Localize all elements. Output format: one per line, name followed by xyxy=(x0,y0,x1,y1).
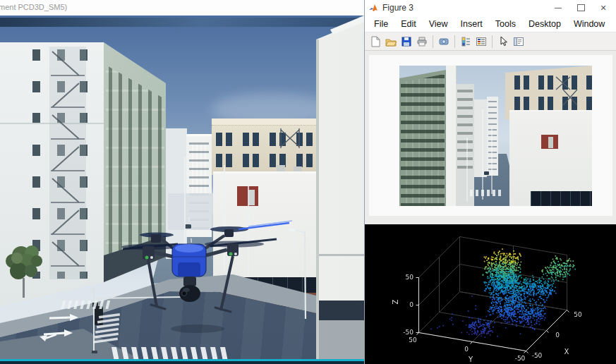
landing-skid xyxy=(151,305,165,309)
figure-titlebar[interactable]: Figure 3 ✕ xyxy=(365,0,616,16)
simulation-viewport[interactable] xyxy=(0,16,364,364)
camera-axes-region[interactable] xyxy=(365,51,616,224)
lane-arrows xyxy=(40,314,78,341)
print-figure-icon xyxy=(416,36,428,47)
fire-escape-small xyxy=(281,128,299,148)
save-figure-button[interactable] xyxy=(399,34,414,49)
scene-overlay xyxy=(0,16,364,364)
menu-insert[interactable]: Insert xyxy=(454,16,489,32)
figure-title: Figure 3 xyxy=(382,3,413,13)
property-inspector-icon xyxy=(513,36,524,47)
cam-street-poles xyxy=(467,109,492,201)
simulation-title: ment PCD3D_SM5) xyxy=(0,3,67,11)
window-controls: ✕ xyxy=(547,0,615,16)
landing-skid xyxy=(215,308,231,312)
maximize-icon xyxy=(577,4,585,11)
rotor-blur-streak xyxy=(238,223,289,229)
menu-desktop[interactable]: Desktop xyxy=(522,16,567,32)
edit-plot-icon xyxy=(497,36,509,47)
camera-image xyxy=(399,66,592,206)
new-figure-button[interactable] xyxy=(368,34,383,49)
toolbar-separator xyxy=(433,35,433,48)
tree xyxy=(6,245,42,298)
link-plot-button[interactable] xyxy=(436,34,452,49)
print-figure-button[interactable] xyxy=(414,34,430,49)
landing-leg xyxy=(148,260,157,306)
maximize-button[interactable] xyxy=(569,0,592,16)
street-lamp xyxy=(289,229,306,320)
insert-legend-icon xyxy=(476,36,487,47)
rotor-hub xyxy=(224,229,234,237)
figure-toolbar xyxy=(365,32,616,51)
simulation-titlebar[interactable]: ment PCD3D_SM5) xyxy=(0,0,364,16)
figure-menubar: File Edit View Insert Tools Desktop Wind… xyxy=(365,16,616,32)
menu-help[interactable]: Help xyxy=(611,16,616,32)
menu-tools[interactable]: Tools xyxy=(489,16,522,32)
cam-crosswalk xyxy=(470,190,501,196)
cam-fire-escape xyxy=(556,77,577,105)
figure-window: Figure 3 ✕ File Edit View Insert Tools D… xyxy=(364,0,616,364)
new-figure-icon xyxy=(370,36,381,47)
pointcloud-canvas[interactable] xyxy=(365,224,616,364)
pointcloud-axes-region[interactable] xyxy=(365,224,616,364)
property-inspector-button[interactable] xyxy=(511,34,526,49)
insert-colorbar-icon xyxy=(460,36,471,47)
link-plot-icon xyxy=(438,36,449,47)
open-file-button[interactable] xyxy=(383,34,399,49)
menu-file[interactable]: File xyxy=(368,16,394,32)
tree-trunk xyxy=(23,278,25,298)
simulation-window[interactable]: ment PCD3D_SM5) xyxy=(0,0,364,364)
distant-car xyxy=(185,224,191,229)
toolbar-separator xyxy=(454,35,455,48)
cam-overlay xyxy=(399,66,592,206)
screenshot-root: ment PCD3D_SM5) xyxy=(0,0,616,364)
insert-colorbar-button[interactable] xyxy=(458,34,473,49)
minimize-button[interactable] xyxy=(547,0,569,16)
camera-lens xyxy=(182,291,187,296)
gimbal-mount xyxy=(183,277,196,286)
toolbar-separator xyxy=(492,35,493,48)
close-button[interactable]: ✕ xyxy=(592,0,615,16)
cam-distant-car xyxy=(484,171,489,175)
edit-plot-button[interactable] xyxy=(495,34,511,49)
drone-shadow xyxy=(171,324,224,333)
fire-escape xyxy=(49,47,86,279)
minimize-icon xyxy=(555,8,562,8)
viewport-bottom-shadow xyxy=(0,361,364,364)
open-file-icon xyxy=(385,36,397,47)
matlab-icon xyxy=(368,3,378,13)
rotor-hub xyxy=(151,234,161,243)
insert-legend-button[interactable] xyxy=(473,34,489,49)
landing-leg xyxy=(221,256,233,310)
menu-view[interactable]: View xyxy=(423,16,454,32)
camera-axes-background xyxy=(369,55,612,216)
menu-edit[interactable]: Edit xyxy=(394,16,423,32)
save-figure-icon xyxy=(401,36,412,47)
menu-window[interactable]: Window xyxy=(567,16,611,32)
